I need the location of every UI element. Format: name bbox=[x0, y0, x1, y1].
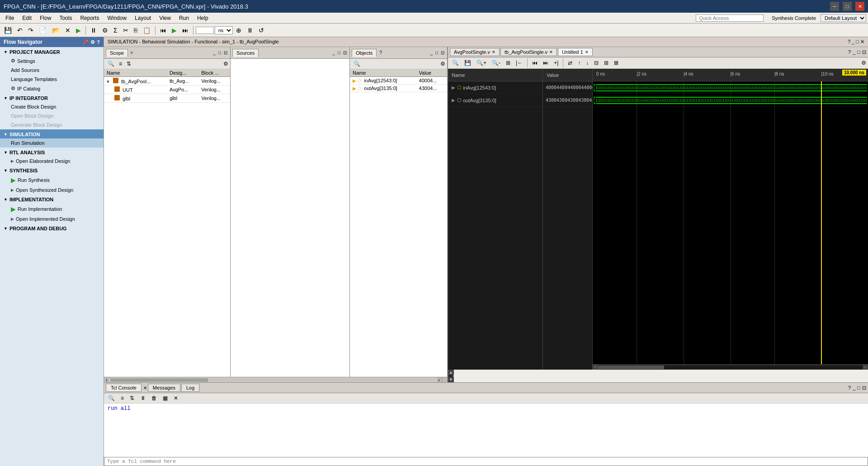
tcl-command-input[interactable] bbox=[104, 457, 868, 466]
wave-tab-close-tb-avgpoolsingle[interactable]: ✕ bbox=[549, 50, 553, 54]
nav-section-title-project-manager[interactable]: ▼ PROJECT MANAGER bbox=[0, 47, 104, 56]
time-unit-select[interactable]: ns ps us bbox=[215, 26, 233, 34]
sim-copy-button[interactable]: ⎘ bbox=[132, 25, 140, 35]
scope-close[interactable]: ✕ bbox=[130, 50, 133, 55]
table-row[interactable]: ▶ ⬡ outAvg[3135:0] 43004... bbox=[350, 85, 447, 92]
scope-maximize[interactable]: □ bbox=[217, 50, 222, 56]
wave-help[interactable]: ? bbox=[848, 49, 851, 55]
menu-flow[interactable]: Flow bbox=[36, 14, 55, 22]
wave-up-btn[interactable]: ↑ bbox=[576, 59, 583, 67]
scroll-right-btn[interactable]: › bbox=[436, 377, 442, 382]
inavg-expand-icon[interactable]: ▶ bbox=[452, 85, 455, 90]
wave-down-btn[interactable]: ↓ bbox=[584, 59, 591, 67]
outavg-expand-icon[interactable]: ▶ bbox=[452, 98, 455, 103]
wave-spacer-btn[interactable]: ⊟ bbox=[592, 59, 601, 67]
sim-sigma-button[interactable]: Σ bbox=[111, 25, 120, 35]
wave-minimize[interactable]: _ bbox=[853, 49, 855, 55]
scroll-corner[interactable] bbox=[442, 377, 447, 383]
scroll-track-left[interactable] bbox=[110, 378, 435, 382]
nav-item-open-elaborated[interactable]: ▶ Open Elaborated Design bbox=[0, 157, 104, 166]
wave-scroll-up[interactable]: ▲ bbox=[448, 370, 454, 375]
sim-restart-button[interactable]: ⏸ bbox=[88, 25, 99, 35]
menu-layout[interactable]: Layout bbox=[131, 14, 155, 22]
nav-item-run-simulation[interactable]: Run Simulation bbox=[0, 138, 104, 147]
nav-section-title-impl[interactable]: ▼ IMPLEMENTATION bbox=[0, 195, 104, 204]
sources-minimize[interactable]: _ bbox=[331, 50, 336, 56]
nav-section-title-rtl[interactable]: ▼ RTL ANALYSIS bbox=[0, 147, 104, 157]
nav-item-open-synthesized[interactable]: ▶ Open Synthesized Design bbox=[0, 185, 104, 195]
flow-nav-pin[interactable]: 📌 bbox=[82, 39, 89, 45]
objects-popout[interactable]: ⊡ bbox=[440, 50, 445, 56]
wave-last-btn[interactable]: ⊠ bbox=[612, 59, 621, 67]
redo-button[interactable]: ↷ bbox=[26, 25, 36, 35]
sim-paste-button[interactable]: 📋 bbox=[141, 25, 153, 35]
sim-step-back-button[interactable]: ⏮ bbox=[158, 25, 169, 35]
wave-maximize[interactable]: □ bbox=[857, 49, 860, 55]
tcl-console-tab[interactable]: Tcl Console bbox=[106, 384, 142, 392]
wave-tab-close-untitled1[interactable]: ✕ bbox=[585, 50, 589, 54]
wave-tab-tb-avgpoolsingle[interactable]: tb_AvgPoolSingle.v ✕ bbox=[500, 48, 557, 56]
wave-bottom-scrollbar[interactable]: ‹ › bbox=[593, 364, 868, 370]
menu-edit[interactable]: Edit bbox=[19, 14, 35, 22]
nav-section-title-program-debug[interactable]: ▼ PROGRAM AND DEBUG bbox=[0, 223, 104, 233]
nav-item-run-implementation[interactable]: ▶ Run Implementation bbox=[0, 204, 104, 214]
menu-run[interactable]: Run bbox=[175, 14, 193, 22]
menu-tools[interactable]: Tools bbox=[56, 14, 75, 22]
nav-item-lang-templates[interactable]: Language Templates bbox=[0, 75, 104, 84]
wave-zoom-in-btn[interactable]: 🔍+ bbox=[474, 59, 489, 67]
flow-nav-settings[interactable]: ⚙ bbox=[90, 39, 95, 45]
menu-view[interactable]: View bbox=[156, 14, 175, 22]
wave-popout[interactable]: ⊡ bbox=[862, 49, 866, 55]
wave-zoom-out-btn[interactable]: 🔍- bbox=[490, 59, 503, 67]
scope-sort-btn[interactable]: ⇅ bbox=[125, 60, 133, 68]
table-row[interactable]: ▼ tb_AvgPool... tb_Avg... Verilog... bbox=[104, 77, 230, 86]
wave-search-btn[interactable]: 🔍 bbox=[450, 59, 461, 67]
time-apply-button[interactable]: ⊕ bbox=[234, 25, 244, 35]
table-row[interactable]: glbl glbl Verilog... bbox=[104, 94, 230, 103]
wave-scroll-left[interactable]: ‹ bbox=[593, 365, 598, 370]
scope-search-icon[interactable]: 🔍 bbox=[106, 60, 116, 68]
sim-pause-button[interactable]: ⏸ bbox=[245, 25, 255, 35]
scope-tab[interactable]: Scope bbox=[106, 49, 128, 57]
tcl-sort-btn[interactable]: ⇅ bbox=[127, 394, 137, 402]
tcl-filter-btn[interactable]: ≡ bbox=[118, 394, 126, 402]
messages-tab[interactable]: Messages bbox=[148, 384, 180, 392]
sources-tab[interactable]: Sources bbox=[232, 49, 259, 57]
scope-filter-btn[interactable]: ≡ bbox=[117, 60, 124, 68]
nav-item-open-implemented[interactable]: ▶ Open Implemented Design bbox=[0, 214, 104, 223]
scope-gear-btn[interactable]: ⚙ bbox=[223, 61, 228, 67]
wave-fit-btn[interactable]: ⊞ bbox=[504, 59, 513, 67]
wave-tab-avgpoolsingle[interactable]: AvgPoolSingle.v ✕ bbox=[450, 48, 500, 56]
tcl-pause-btn[interactable]: ⏸ bbox=[138, 394, 148, 402]
sources-maximize[interactable]: □ bbox=[337, 50, 341, 56]
objects-maximize[interactable]: □ bbox=[434, 50, 439, 56]
table-row[interactable]: UUT AvgPo... Verilog... bbox=[104, 86, 230, 94]
tcl-grid-btn[interactable]: ▦ bbox=[160, 394, 170, 402]
wave-data-area[interactable]: 4000440044004400440044004400440044004400… bbox=[593, 81, 868, 364]
menu-reports[interactable]: Reports bbox=[76, 14, 103, 22]
sim-stop-button[interactable]: ↺ bbox=[256, 25, 266, 35]
nav-item-add-sources[interactable]: Add Sources bbox=[0, 66, 104, 75]
wave-scroll-thumb[interactable] bbox=[598, 366, 664, 369]
sim-play-button[interactable]: ▶ bbox=[170, 25, 179, 35]
delete-button[interactable]: ✕ bbox=[63, 25, 73, 35]
minimize-button[interactable]: ─ bbox=[830, 2, 839, 11]
save-button[interactable]: 💾 bbox=[2, 25, 14, 35]
menu-help[interactable]: Help bbox=[193, 14, 212, 22]
tcl-delete-btn[interactable]: ✕ bbox=[171, 394, 180, 402]
new-button[interactable]: 📄 bbox=[37, 25, 49, 35]
table-row[interactable]: ▶ ⬡ inAvg[12543:0] 40004... bbox=[350, 77, 447, 85]
bottom-popout[interactable]: ⊡ bbox=[862, 385, 866, 391]
nav-item-run-synthesis[interactable]: ▶ Run Synthesis bbox=[0, 175, 104, 185]
wave-prev-edge-btn[interactable]: ⏮ bbox=[530, 59, 540, 67]
quick-access-input[interactable] bbox=[696, 14, 764, 22]
wave-next-edge-btn[interactable]: ⏭ bbox=[541, 59, 551, 67]
nav-section-title-simulation[interactable]: ▼ SIMULATION bbox=[0, 129, 104, 138]
nav-section-title-synthesis[interactable]: ▼ SYNTHESIS bbox=[0, 166, 104, 175]
layout-dropdown[interactable]: Default Layout bbox=[821, 14, 866, 22]
objects-tab[interactable]: Objects bbox=[352, 49, 377, 57]
objects-help[interactable]: ? bbox=[379, 50, 382, 55]
log-tab[interactable]: Log bbox=[181, 384, 199, 392]
scope-minimize[interactable]: _ bbox=[212, 50, 217, 56]
sources-popout[interactable]: ⊡ bbox=[342, 50, 348, 56]
